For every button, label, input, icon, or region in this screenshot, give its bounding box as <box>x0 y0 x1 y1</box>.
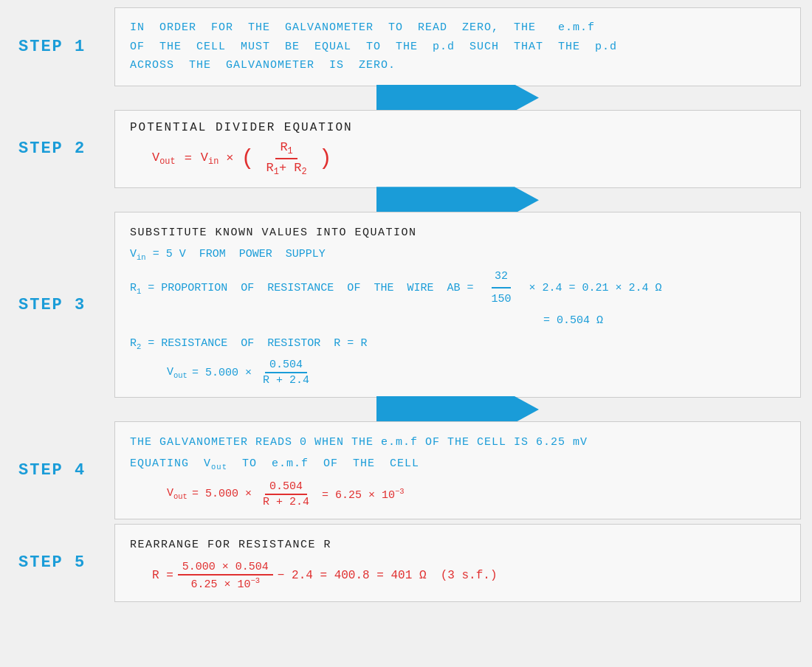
fraction-denominator: R1+ R2 <box>262 159 312 177</box>
step3-r1-line: R1 = PROPORTION OF RESISTANCE OF THE WIR… <box>130 266 785 309</box>
step3-r2-line: R2 = RESISTANCE OF RESISTOR R = R <box>130 334 785 354</box>
step3-box: SUBSTITUTE KNOWN VALUES INTO EQUATION Vi… <box>114 212 801 398</box>
step4-vout: Vout <box>167 487 187 501</box>
step3-label: STEP 3 <box>11 212 114 398</box>
step5-title: REARRANGE FOR RESISTANCE R <box>130 535 785 555</box>
step4-line2: EQUATING Vout TO e.m.f OF THE CELL <box>130 454 785 474</box>
step5-label: STEP 5 <box>11 524 114 602</box>
arrow-1-2 <box>11 85 801 111</box>
step3-result-line: = 0.504 Ω <box>130 311 785 331</box>
step5-r: R = <box>152 569 173 582</box>
arrow-2-3 <box>11 187 801 213</box>
formula-times: × <box>226 151 233 165</box>
open-paren: ( <box>241 148 255 170</box>
step4-eq2: = 6.25 × 10−3 <box>322 487 405 502</box>
step3-vin-line: Vin = 5 V FROM POWER SUPPLY <box>130 244 785 265</box>
step3-vout-formula: Vout = 5.000 × 0.504 R + 2.4 <box>130 359 785 387</box>
step3-vout-eq: = 5.000 × <box>192 367 252 379</box>
step2-formula: Vout = Vin × ( R1 R1+ R2 ) <box>130 140 785 178</box>
arrow-shape <box>376 85 539 111</box>
step3-title: SUBSTITUTE KNOWN VALUES INTO EQUATION <box>130 223 785 243</box>
step1-box: IN ORDER FOR THE GALVANOMETER TO READ ZE… <box>114 7 801 86</box>
step2-row: STEP 2 POTENTIAL DIVIDER EQUATION Vout =… <box>11 110 801 189</box>
step2-label: STEP 2 <box>11 110 114 189</box>
fraction-step5: 5.000 × 0.504 6.25 × 10−3 <box>178 561 273 591</box>
fraction-numerator: R1 <box>275 140 297 159</box>
step1-text: IN ORDER FOR THE GALVANOMETER TO READ ZE… <box>130 18 785 75</box>
frac-0504: 0.504 <box>265 359 307 373</box>
frac-num-step5: 5.000 × 0.504 <box>178 561 273 576</box>
step1-label: STEP 1 <box>11 7 114 86</box>
arrow-shape-2 <box>376 187 539 213</box>
frac-0504-s4: 0.504 <box>265 480 307 495</box>
formula-eq: = <box>185 151 192 165</box>
step4-line1: THE GALVANOMETER READS 0 WHEN THE e.m.f … <box>130 432 785 452</box>
step4-eq1: = 5.000 × <box>192 488 252 500</box>
fraction-0504-r24: 0.504 R + 2.4 <box>258 359 314 387</box>
step5-rest: − 2.4 = 400.8 = 401 Ω (3 s.f.) <box>278 569 498 582</box>
step3-row: STEP 3 SUBSTITUTE KNOWN VALUES INTO EQUA… <box>11 212 801 398</box>
arrow-3-4 <box>11 396 801 423</box>
step4-formula: Vout = 5.000 × 0.504 R + 2.4 = 6.25 × 10… <box>130 480 785 508</box>
step4-row: STEP 4 THE GALVANOMETER READS 0 WHEN THE… <box>11 421 801 519</box>
frac-r24: R + 2.4 <box>258 373 314 387</box>
step3-vout-label: Vout <box>167 366 187 380</box>
step5-box: REARRANGE FOR RESISTANCE R R = 5.000 × 0… <box>114 524 801 602</box>
frac-32: 32 <box>492 266 511 288</box>
step5-row: STEP 5 REARRANGE FOR RESISTANCE R R = 5.… <box>11 524 801 602</box>
arrow-shape-3 <box>376 396 539 423</box>
step4-label: STEP 4 <box>11 421 114 519</box>
step5-formula: R = 5.000 × 0.504 6.25 × 10−3 − 2.4 = 40… <box>130 561 785 591</box>
close-paren: ) <box>319 148 332 170</box>
frac-r24-s4: R + 2.4 <box>258 495 314 508</box>
step2-box: POTENTIAL DIVIDER EQUATION Vout = Vin × … <box>114 110 801 189</box>
fraction-r1-r1r2: R1 R1+ R2 <box>262 140 312 178</box>
frac-150: 150 <box>488 288 514 309</box>
formula-vout: Vout <box>152 151 176 167</box>
fraction-32-150: 32 150 <box>488 266 514 309</box>
formula-vin: Vin <box>201 151 219 167</box>
step4-box: THE GALVANOMETER READS 0 WHEN THE e.m.f … <box>114 421 801 519</box>
step1-row: STEP 1 IN ORDER FOR THE GALVANOMETER TO … <box>11 7 801 86</box>
fraction-0504-r24-step4: 0.504 R + 2.4 <box>258 480 314 508</box>
step2-title: POTENTIAL DIVIDER EQUATION <box>130 121 785 134</box>
frac-den-step5: 6.25 × 10−3 <box>187 576 265 591</box>
